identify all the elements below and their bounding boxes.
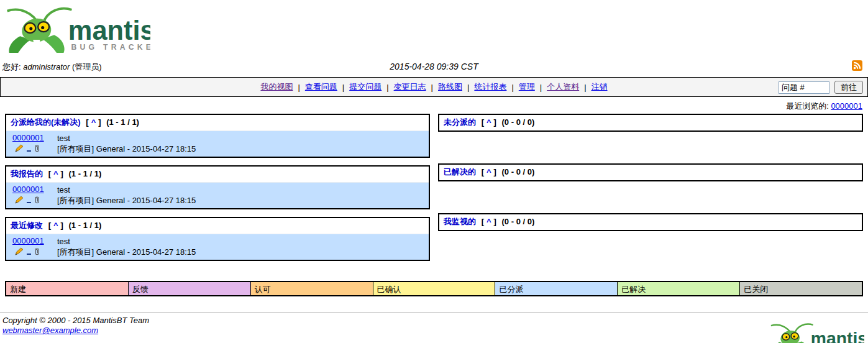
right-column: 未分派的 [^] (0 - 0 / 0) 已解决的 [^] (0 - 0 / 0… [438, 114, 863, 263]
legend-acknowledged: 认可 [250, 282, 373, 295]
issue-row: 0000001 test [所有项目] General - 2015-04-27… [6, 130, 429, 157]
box-title-link[interactable]: 我报告的 [11, 169, 43, 178]
footer-mantis-logo-image [768, 321, 864, 343]
nav-separator: | [583, 83, 587, 92]
bracket: [ [482, 217, 484, 226]
edit-pencil-icon[interactable] [15, 247, 24, 257]
nav-my-account[interactable]: 个人资料 [547, 81, 579, 93]
box-reported-by-me: 我报告的 [^] (1 - 1 / 1) 0000001 test [所有项目]… [5, 165, 430, 209]
issue-id-link[interactable]: 0000001 [12, 133, 44, 142]
collapse-caret-link[interactable]: ^ [487, 117, 491, 127]
issue-summary: test [57, 133, 429, 144]
bracket: ] [494, 117, 496, 127]
dash-icon [27, 150, 31, 152]
issue-detail: [所有项目] General - 2015-04-27 18:15 [57, 144, 429, 154]
nav-summary[interactable]: 统计报表 [474, 81, 506, 93]
legend-new: 新建 [6, 282, 128, 295]
bracket: [ [482, 167, 484, 176]
nav-changelog[interactable]: 变更日志 [394, 81, 426, 93]
issue-jump-form: 前往 [779, 81, 863, 94]
left-column: 分派给我的(未解决) [^] (1 - 1 / 1) 0000001 test … [5, 114, 430, 268]
issue-summary: test [57, 185, 429, 195]
copyright-text: Copyright © 2000 - 2015 MantisBT Team [2, 316, 866, 326]
issue-id-link[interactable]: 0000001 [12, 236, 44, 245]
nav-separator: | [386, 83, 389, 92]
page-header: 您好: administrator (管理员) 2015-04-28 09:39… [0, 0, 868, 73]
bracket: [ [48, 221, 51, 230]
box-title-link[interactable]: 已解决的 [444, 167, 476, 176]
nav-my-view[interactable]: 我的视图 [260, 81, 293, 93]
collapse-caret-link[interactable]: ^ [53, 221, 58, 230]
collapse-caret-link[interactable]: ^ [487, 217, 491, 226]
issue-count: (0 - 0 / 0) [502, 217, 535, 226]
nav-separator: | [431, 83, 434, 92]
nav-separator: | [539, 83, 542, 92]
main-menu-links: 我的视图| 查看问题| 提交问题| 变更日志| 路线图| 统计报表| 管理| 个… [260, 81, 607, 93]
issue-number-input[interactable] [779, 81, 829, 94]
collapse-caret-link[interactable]: ^ [487, 167, 491, 176]
bracket: [ [482, 117, 484, 127]
issue-summary-cell: test [所有项目] General - 2015-04-27 18:15 [52, 133, 429, 154]
legend-closed: 已关闭 [739, 282, 862, 295]
issue-row: 0000001 test [所有项目] General - 2015-04-27… [6, 234, 429, 260]
dash-icon [27, 202, 31, 203]
issue-detail: [所有项目] General - 2015-04-27 18:15 [57, 247, 429, 257]
box-header: 分派给我的(未解决) [^] (1 - 1 / 1) [6, 115, 429, 130]
issue-icons [12, 247, 52, 257]
footer-mantis-logo [768, 321, 864, 343]
issue-count: (1 - 1 / 1) [106, 117, 139, 127]
main-menu-bar: 我的视图| 查看问题| 提交问题| 变更日志| 路线图| 统计报表| 管理| 个… [0, 77, 868, 97]
nav-manage[interactable]: 管理 [519, 81, 535, 93]
nav-separator: | [467, 83, 470, 92]
mantis-logo[interactable] [2, 3, 150, 55]
box-monitored-by-me: 我监视的 [^] (0 - 0 / 0) [438, 213, 863, 231]
box-recently-modified: 最近修改 [^] (1 - 1 / 1) 0000001 test [所有项目]… [5, 217, 430, 261]
nav-separator: | [342, 83, 345, 92]
legend-confirmed: 已确认 [373, 282, 495, 295]
box-title-link[interactable]: 分派给我的(未解决) [11, 117, 81, 127]
issue-summary-cell: test [所有项目] General - 2015-04-27 18:15 [52, 236, 429, 257]
recently-visited: 最近浏览的: 0000001 [0, 97, 868, 114]
issue-summary-cell: test [所有项目] General - 2015-04-27 18:15 [52, 185, 429, 206]
issue-icons [12, 144, 52, 154]
box-header: 我监视的 [^] (0 - 0 / 0) [439, 214, 862, 230]
edit-pencil-icon[interactable] [15, 196, 24, 206]
issue-summary: test [57, 236, 429, 247]
legend-feedback: 反馈 [128, 282, 250, 295]
current-datetime: 2015-04-28 09:39 CST [0, 62, 868, 71]
nav-logout[interactable]: 注销 [592, 81, 608, 93]
issue-count: (0 - 0 / 0) [502, 167, 535, 176]
attachment-paperclip-icon [34, 247, 40, 257]
box-assigned-to-me: 分派给我的(未解决) [^] (1 - 1 / 1) 0000001 test … [5, 114, 430, 158]
box-header: 我报告的 [^] (1 - 1 / 1) [6, 167, 429, 182]
collapse-caret-link[interactable]: ^ [91, 117, 96, 127]
bracket: ] [98, 117, 101, 127]
attachment-paperclip-icon [34, 144, 40, 154]
go-button[interactable]: 前往 [834, 81, 863, 94]
box-header: 已解决的 [^] (0 - 0 / 0) [439, 165, 862, 180]
box-title-link[interactable]: 未分派的 [444, 117, 476, 127]
nav-report-issue[interactable]: 提交问题 [349, 81, 381, 93]
edit-pencil-icon[interactable] [15, 144, 24, 154]
issue-count: (1 - 1 / 1) [69, 221, 102, 230]
collapse-caret-link[interactable]: ^ [53, 169, 58, 178]
issue-count: (1 - 1 / 1) [69, 169, 102, 178]
nav-roadmap[interactable]: 路线图 [438, 81, 462, 93]
bracket: ] [494, 217, 496, 226]
bracket: ] [61, 169, 63, 178]
issue-id-link[interactable]: 0000001 [12, 185, 44, 194]
webmaster-email-link[interactable]: webmaster@example.com [2, 326, 98, 335]
rss-icon[interactable] [852, 60, 862, 71]
issue-count: (0 - 0 / 0) [502, 117, 535, 127]
legend-resolved: 已解决 [617, 282, 739, 295]
issue-id-cell: 0000001 [6, 185, 52, 206]
box-resolved: 已解决的 [^] (0 - 0 / 0) [438, 163, 863, 181]
recently-visited-issue-link[interactable]: 0000001 [831, 101, 862, 111]
box-title-link[interactable]: 最近修改 [11, 221, 43, 230]
recently-visited-label: 最近浏览的: [786, 101, 829, 111]
nav-view-issues[interactable]: 查看问题 [305, 81, 337, 93]
status-color-legend: 新建 反馈 认可 已确认 已分派 已解决 已关闭 [5, 281, 863, 296]
my-view-boxes: 分派给我的(未解决) [^] (1 - 1 / 1) 0000001 test … [0, 114, 868, 268]
nav-separator: | [297, 83, 300, 92]
box-title-link[interactable]: 我监视的 [444, 217, 476, 226]
